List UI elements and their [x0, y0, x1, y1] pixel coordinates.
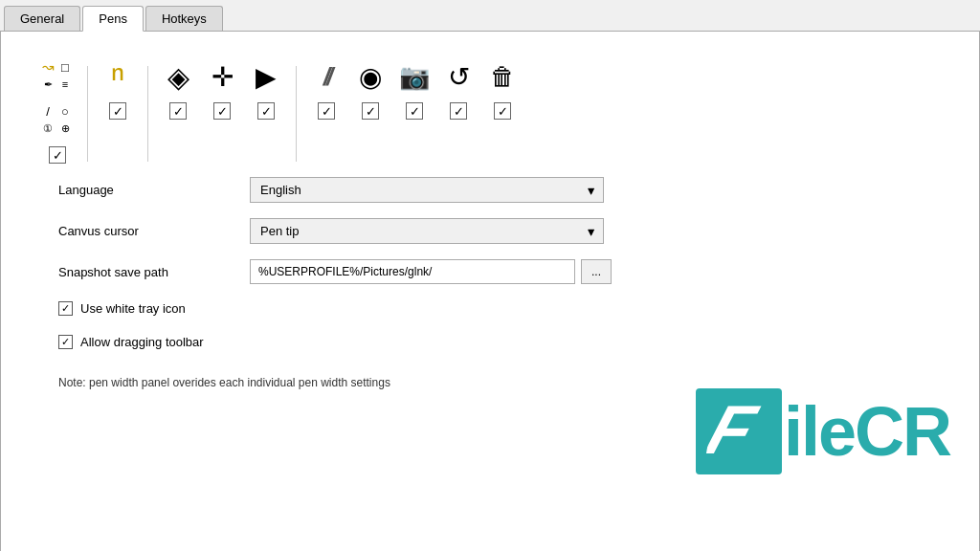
canvus-cursor-row: Canvus cursor Pen tip Arrow Cross ▾ [58, 218, 922, 244]
tabs-bar: General Pens Hotkeys [0, 0, 980, 32]
eraser-icon: ◈ [160, 58, 196, 95]
lines-checkbox[interactable]: ✓ [318, 102, 335, 120]
watermark-f-letter: F [703, 394, 774, 469]
pen-tools-icon: ↝ □ ✒ ≡ [39, 58, 76, 95]
watermark-text: ileCR [784, 392, 950, 471]
watermark: F ileCR [696, 388, 950, 474]
pen-tools-checkbox[interactable]: ✓ [49, 146, 66, 164]
spotlight-group: ◉ ✓ [352, 58, 389, 120]
watermark-f-svg: F [704, 394, 773, 461]
white-tray-icon-row: Use white tray icon [58, 299, 922, 318]
undo-checkbox[interactable]: ✓ [450, 102, 467, 120]
magnet-group: ⁿ ✓ [100, 58, 136, 120]
divider3 [296, 66, 297, 162]
lines-icon: // [308, 58, 345, 95]
camera-checkbox[interactable]: ✓ [406, 102, 423, 120]
pen-tools-group: ↝ □ ✒ ≡ / ○ ① ⊕ ✓ [39, 58, 76, 164]
white-tray-icon-label: Use white tray icon [80, 301, 186, 316]
white-tray-icon-checkbox[interactable] [58, 301, 73, 316]
tab-general[interactable]: General [4, 6, 80, 31]
tab-hotkeys[interactable]: Hotkeys [145, 6, 223, 31]
move-group: ✛ ✓ [204, 58, 240, 120]
camera-icon: 📷 [396, 58, 433, 95]
allow-dragging-label: Allow dragging toolbar [80, 335, 204, 349]
browse-button[interactable]: ... [581, 259, 612, 284]
note-text: Note: pen width panel overides each indi… [58, 366, 922, 389]
undo-icon: ↺ [440, 58, 477, 95]
move-icon: ✛ [204, 58, 240, 95]
magnet-icon: ⁿ [100, 58, 136, 95]
canvus-cursor-label: Canvus cursor [58, 224, 231, 238]
select-icon: ▶ [248, 58, 284, 95]
snapshot-path-controls: ... [250, 259, 612, 284]
allow-dragging-row: Allow dragging toolbar [58, 333, 922, 351]
select-checkbox[interactable]: ✓ [257, 102, 275, 120]
watermark-box: F [696, 388, 782, 474]
snapshot-path-label: Snapshot save path [58, 265, 231, 279]
tab-pens[interactable]: Pens [82, 6, 144, 32]
snapshot-path-row: Snapshot save path ... [58, 259, 922, 284]
allow-dragging-checkbox[interactable] [58, 335, 73, 349]
select-group: ▶ ✓ [248, 58, 284, 120]
language-label: Language [58, 183, 231, 197]
eraser-checkbox[interactable]: ✓ [169, 102, 187, 120]
magnet-checkbox[interactable]: ✓ [109, 102, 126, 120]
delete-icon: 🗑 [484, 58, 521, 95]
undo-group: ↺ ✓ [440, 58, 477, 120]
settings-section: Language English French German ▾ Canvus … [20, 167, 960, 399]
delete-group: 🗑 ✓ [484, 58, 521, 120]
divider2 [147, 66, 148, 162]
svg-text:F: F [704, 394, 766, 461]
pen-tools-icon2: / ○ ① ⊕ [39, 102, 76, 139]
content-area: ↝ □ ✒ ≡ / ○ ① ⊕ ✓ ⁿ ✓ ◈ ✓ ✛ [0, 32, 980, 551]
language-row: Language English French German ▾ [58, 177, 922, 203]
lines-group: // ✓ [308, 58, 345, 120]
snapshot-path-input[interactable] [250, 259, 575, 284]
move-checkbox[interactable]: ✓ [213, 102, 231, 120]
eraser-group: ◈ ✓ [160, 58, 196, 120]
language-dropdown-wrapper: English French German ▾ [250, 177, 604, 203]
camera-group: 📷 ✓ [396, 58, 433, 120]
toolbar-icons-area: ↝ □ ✒ ≡ / ○ ① ⊕ ✓ ⁿ ✓ ◈ ✓ ✛ [20, 51, 960, 167]
delete-checkbox[interactable]: ✓ [494, 102, 511, 120]
divider1 [87, 66, 88, 162]
spotlight-checkbox[interactable]: ✓ [362, 102, 379, 120]
canvus-cursor-dropdown[interactable]: Pen tip Arrow Cross [250, 218, 604, 244]
language-dropdown[interactable]: English French German [250, 177, 604, 203]
spotlight-icon: ◉ [352, 58, 389, 95]
canvus-cursor-dropdown-wrapper: Pen tip Arrow Cross ▾ [250, 218, 604, 244]
